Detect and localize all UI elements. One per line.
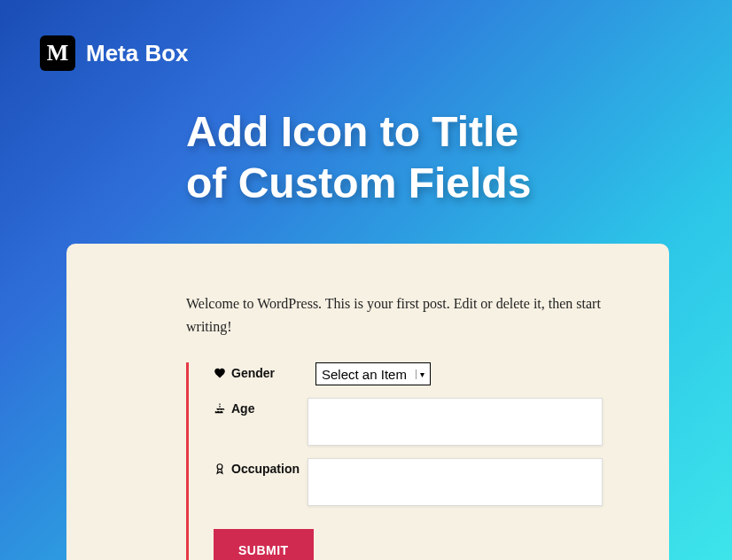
intro-paragraph: Welcome to WordPress. This is your first…	[186, 292, 603, 338]
field-row-occupation: Occupation	[214, 458, 603, 506]
gender-label-text: Gender	[231, 366, 275, 380]
title-line-1: Add Icon to Title	[186, 108, 518, 155]
age-label: Age	[214, 398, 308, 416]
age-input[interactable]	[308, 398, 603, 446]
field-row-gender: Gender Select an Item ▾	[214, 362, 603, 385]
logo-letter: M	[47, 40, 69, 66]
svg-point-0	[217, 464, 222, 470]
age-label-text: Age	[231, 401, 254, 416]
occupation-label: Occupation	[214, 458, 308, 476]
gender-label: Gender	[214, 362, 315, 380]
brand-name: Meta Box	[86, 40, 189, 67]
cake-icon	[214, 402, 226, 415]
logo-mark: M	[40, 35, 75, 71]
gender-select[interactable]: Select an Item ▾	[315, 362, 431, 385]
occupation-input[interactable]	[308, 458, 603, 506]
chevron-down-icon: ▾	[416, 369, 424, 379]
form-area: Gender Select an Item ▾ Age Occupation	[186, 362, 603, 560]
submit-button[interactable]: SUBMIT	[214, 529, 314, 560]
brand-header: M Meta Box	[0, 0, 732, 71]
page-title: Add Icon to Title of Custom Fields	[186, 106, 732, 208]
heart-icon	[214, 367, 226, 379]
occupation-label-text: Occupation	[231, 462, 300, 476]
gender-select-value: Select an Item	[322, 367, 407, 382]
field-row-age: Age	[214, 398, 603, 446]
award-icon	[214, 463, 226, 475]
content-card: Welcome to WordPress. This is your first…	[66, 244, 669, 560]
title-line-2: of Custom Fields	[186, 159, 531, 206]
